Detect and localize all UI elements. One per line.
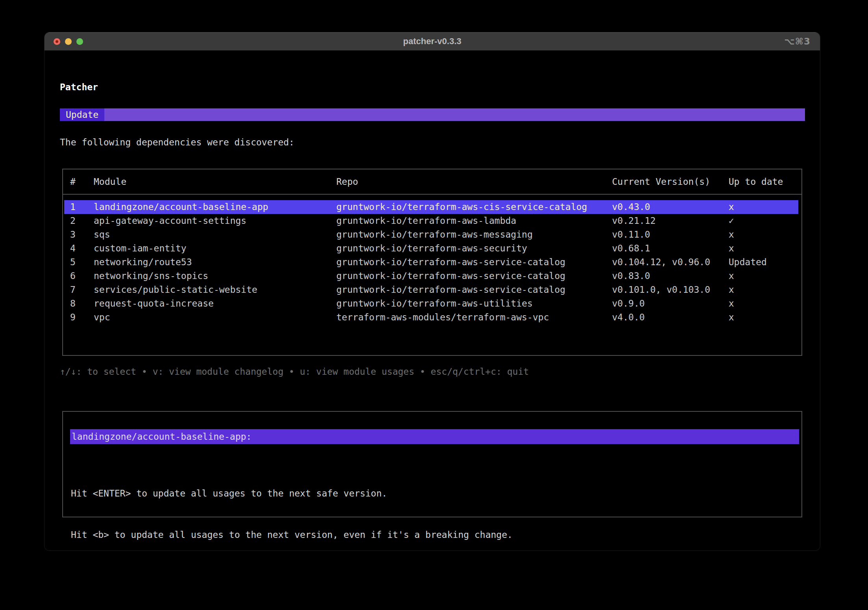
col-repo: Repo (336, 177, 612, 187)
row-status: x (729, 311, 801, 324)
row-version: v0.21.12 (612, 214, 729, 228)
row-num: 6 (70, 269, 94, 283)
row-repo: gruntwork-io/terraform-aws-utilities (336, 297, 612, 311)
row-num: 8 (70, 297, 94, 311)
row-module: request-quota-increase (94, 297, 336, 311)
row-version: v0.101.0, v0.103.0 (612, 283, 729, 297)
table-row[interactable]: 2 api-gateway-account-settings gruntwork… (63, 214, 801, 228)
row-num: 9 (70, 311, 94, 324)
row-repo: gruntwork-io/terraform-aws-security (336, 242, 612, 255)
row-repo: gruntwork-io/terraform-aws-lambda (336, 214, 612, 228)
tab-bar: Update (60, 108, 805, 121)
table-rows: 1 landingzone/account-baseline-app grunt… (63, 200, 801, 324)
col-num: # (70, 177, 94, 187)
row-num: 2 (70, 214, 94, 228)
col-version: Current Version(s) (612, 177, 729, 187)
table-header: # Module Repo Current Version(s) Up to d… (63, 169, 801, 195)
dependencies-table: # Module Repo Current Version(s) Up to d… (62, 169, 802, 356)
row-version: v0.9.0 (612, 297, 729, 311)
row-module: vpc (94, 311, 336, 324)
app-heading: Patcher (60, 82, 98, 92)
zoom-button-icon[interactable] (76, 38, 83, 45)
row-num: 1 (70, 200, 94, 214)
row-num: 4 (70, 242, 94, 255)
row-version: v0.83.0 (612, 269, 729, 283)
row-module: networking/sns-topics (94, 269, 336, 283)
terminal-window: patcher-v0.3.3 ⌥⌘3 Patcher Update The fo… (45, 32, 820, 550)
row-status: x (729, 228, 801, 242)
detail-line-breaking: Hit <b> to update all usages to the next… (71, 528, 513, 542)
window-shortcut-badge: ⌥⌘3 (784, 32, 811, 50)
window-title: patcher-v0.3.3 (403, 36, 462, 46)
table-row[interactable]: 5 networking/route53 gruntwork-io/terraf… (63, 255, 801, 269)
row-repo: gruntwork-io/terraform-aws-service-catal… (336, 255, 612, 269)
row-version: v0.43.0 (612, 200, 729, 214)
table-row[interactable]: 7 services/public-static-website gruntwo… (63, 283, 801, 297)
row-repo: gruntwork-io/terraform-aws-service-catal… (336, 269, 612, 283)
row-version: v4.0.0 (612, 311, 729, 324)
row-module: networking/route53 (94, 255, 336, 269)
detail-instructions: Hit <ENTER> to update all usages to the … (71, 459, 513, 550)
row-status: x (729, 297, 801, 311)
row-num: 3 (70, 228, 94, 242)
row-version: v0.68.1 (612, 242, 729, 255)
keyboard-hints: ↑/↓: to select • v: view module changelo… (60, 366, 529, 377)
row-repo: gruntwork-io/terraform-aws-messaging (336, 228, 612, 242)
row-module: landingzone/account-baseline-app (94, 200, 336, 214)
row-status: x (729, 242, 801, 255)
row-repo: gruntwork-io/terraform-aws-cis-service-c… (336, 200, 612, 214)
row-version: v0.104.12, v0.96.0 (612, 255, 729, 269)
row-status: ✓ (729, 214, 801, 228)
row-module: sqs (94, 228, 336, 242)
row-module: api-gateway-account-settings (94, 214, 336, 228)
terminal-content: Patcher Update The following dependencie… (45, 50, 820, 550)
minimize-button-icon[interactable] (65, 38, 72, 45)
col-uptodate: Up to date (729, 177, 801, 187)
tab-update[interactable]: Update (60, 108, 104, 121)
row-repo: terraform-aws-modules/terraform-aws-vpc (336, 311, 612, 324)
table-row[interactable]: 3 sqs gruntwork-io/terraform-aws-messagi… (63, 228, 801, 242)
detail-panel: landingzone/account-baseline-app: Hit <E… (62, 411, 802, 517)
detail-selected-module: landingzone/account-baseline-app: (70, 429, 799, 444)
table-row[interactable]: 1 landingzone/account-baseline-app grunt… (64, 200, 798, 214)
table-row[interactable]: 6 networking/sns-topics gruntwork-io/ter… (63, 269, 801, 283)
table-row[interactable]: 8 request-quota-increase gruntwork-io/te… (63, 297, 801, 311)
row-version: v0.11.0 (612, 228, 729, 242)
detail-line-enter: Hit <ENTER> to update all usages to the … (71, 487, 513, 500)
row-repo: gruntwork-io/terraform-aws-service-catal… (336, 283, 612, 297)
row-num: 7 (70, 283, 94, 297)
row-module: services/public-static-website (94, 283, 336, 297)
row-module: custom-iam-entity (94, 242, 336, 255)
table-row[interactable]: 9 vpc terraform-aws-modules/terraform-aw… (63, 311, 801, 324)
col-module: Module (94, 177, 336, 187)
row-status: Updated (729, 255, 801, 269)
row-status: x (729, 269, 801, 283)
row-status: x (729, 283, 801, 297)
intro-text: The following dependencies were discover… (60, 137, 294, 147)
table-row[interactable]: 4 custom-iam-entity gruntwork-io/terrafo… (63, 242, 801, 255)
traffic-lights (54, 32, 83, 50)
row-num: 5 (70, 255, 94, 269)
row-status: x (729, 200, 798, 214)
title-bar[interactable]: patcher-v0.3.3 ⌥⌘3 (45, 32, 820, 50)
close-button-icon[interactable] (54, 38, 60, 45)
